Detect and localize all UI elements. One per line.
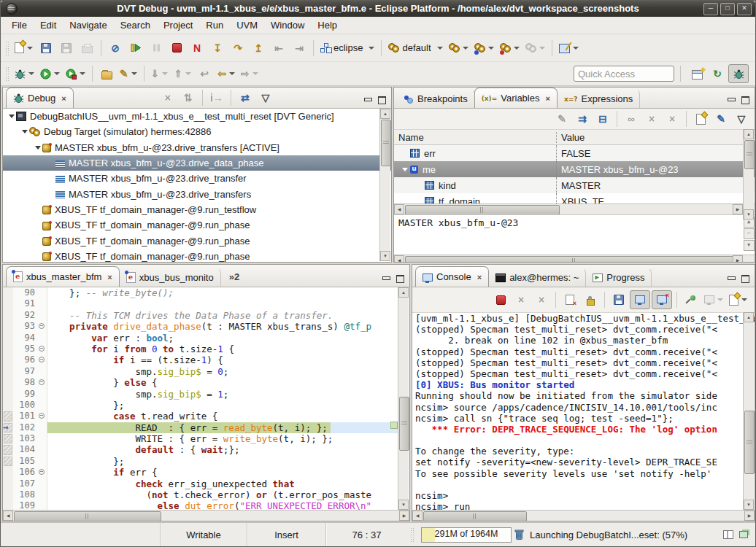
variable-row[interactable]: errFALSE	[394, 145, 755, 161]
print-button[interactable]	[77, 39, 96, 57]
tab-debug[interactable]: Debug ×	[6, 88, 74, 108]
tab-xbus-master-bfm[interactable]: xbus_master_bfm ×	[6, 266, 120, 287]
editor-hscrollbar[interactable]: ◀ ▶	[3, 510, 409, 521]
collapse-icon[interactable]	[39, 469, 45, 475]
debug-tree-item[interactable]: MASTER xbus_bfm_u-@23.drive_transfer	[3, 171, 391, 186]
dvt-perspective-button[interactable]: ↻	[708, 65, 727, 82]
default-launch-combo[interactable]: default	[386, 39, 444, 57]
new-wizard-button[interactable]	[12, 39, 35, 57]
tab-terminal[interactable]: alex@hermes: ~	[488, 268, 586, 287]
show-logical-structure-button[interactable]: ⇉	[573, 110, 592, 128]
tab-xbus-bus-monito[interactable]: xbus_bus_monito	[119, 268, 221, 287]
clear-console-button[interactable]	[560, 291, 579, 309]
scroll-up-button[interactable]: ▲	[744, 129, 754, 139]
status-grip[interactable]	[410, 527, 414, 542]
view-menu-button[interactable]: ▽	[256, 89, 275, 106]
terminate-relaunch-button[interactable]: ⇅	[179, 89, 198, 106]
resume-button[interactable]	[126, 39, 145, 57]
scroll-thumb[interactable]	[14, 511, 161, 521]
last-edit-location-button[interactable]: ↩	[195, 65, 214, 82]
minimize-view-button[interactable]	[382, 275, 390, 282]
run-coverage-button[interactable]	[63, 65, 88, 82]
heap-status[interactable]: 291M of 1964M	[421, 527, 512, 543]
tab-overflow-button[interactable]: »2	[229, 271, 239, 287]
scroll-down-button[interactable]: ▼	[398, 500, 409, 510]
show-type-names-button[interactable]: ✎	[552, 110, 571, 128]
fold-gutter[interactable]	[38, 321, 47, 332]
debug-tree-item[interactable]: MASTER xbus_bfm_u-@23.drive_data_phase	[3, 155, 391, 171]
detail-hscrollbar[interactable]: ◀ ▶	[394, 255, 755, 263]
expander-icon[interactable]	[7, 115, 16, 118]
remove-all-terminated-button[interactable]: ×	[158, 89, 177, 106]
highlight-button[interactable]: ✎	[117, 65, 139, 82]
scroll-thumb[interactable]	[381, 120, 391, 166]
debug-tree-item[interactable]: XBUS_TF tf_domain_manager-@9.run_testflo…	[3, 202, 391, 217]
toolbar-grip[interactable]	[5, 41, 9, 55]
variable-detail-pane[interactable]: MASTER xbus_bfm_u-@23 ▲ ─ ▼	[394, 214, 755, 255]
maximize-button[interactable]: □	[720, 3, 735, 15]
step-over-button[interactable]: ↷	[228, 39, 247, 57]
save-all-button[interactable]	[57, 39, 76, 57]
debug-tree-item[interactable]: DebugBatchIUS__uvm_ml-1.1_xbus_e__test_m…	[3, 109, 391, 124]
menu-file[interactable]: File	[5, 18, 34, 32]
background-jobs-icon[interactable]	[739, 531, 748, 538]
external-tools-button[interactable]	[523, 39, 547, 57]
maximize-view-button[interactable]	[396, 275, 404, 282]
display-console-button[interactable]	[702, 291, 725, 309]
suspend-button[interactable]	[147, 39, 166, 57]
debug-tree-item[interactable]: Debug Target (simulator) hermes:42886	[3, 124, 391, 139]
use-step-filters-button[interactable]: ⇥	[290, 39, 309, 57]
open-console-button[interactable]	[727, 291, 749, 309]
editor-vscrollbar[interactable]: ▲ ▼	[398, 287, 409, 510]
open-element-button[interactable]	[97, 65, 116, 82]
scroll-thumb[interactable]: ─	[744, 228, 755, 239]
scroll-right-button[interactable]: ▶	[399, 511, 409, 521]
console-output[interactable]: [uvm_ml-1.1_xbus_e] [DebugBatchIUS__uvm_…	[412, 313, 755, 511]
run-configs-button[interactable]	[447, 39, 471, 57]
menu-run[interactable]: Run	[199, 18, 230, 32]
terminate-button[interactable]	[167, 39, 186, 57]
tab-breakpoints[interactable]: Breakpoints	[397, 89, 475, 108]
back-button[interactable]: ⇦	[215, 65, 237, 82]
variable-row[interactable]: kindMASTER	[394, 177, 755, 193]
expander-icon[interactable]	[400, 168, 410, 171]
step-return-button[interactable]: ↥	[249, 39, 268, 57]
collapse-icon[interactable]	[39, 357, 45, 362]
scroll-thumb[interactable]	[423, 511, 527, 521]
close-icon[interactable]: ×	[61, 94, 66, 103]
menu-search[interactable]: Search	[114, 18, 157, 32]
scroll-thumb[interactable]	[405, 256, 743, 263]
remove-all-button[interactable]: ×	[663, 110, 682, 128]
scroll-left-button[interactable]: ◀	[394, 204, 404, 214]
debug-button[interactable]	[12, 65, 36, 82]
collapse-icon[interactable]	[39, 323, 45, 329]
collapse-icon[interactable]	[39, 346, 45, 352]
scroll-down-button[interactable]: ▼	[380, 251, 390, 261]
maximize-view-button[interactable]	[741, 96, 749, 104]
terminate-console-button[interactable]	[491, 291, 510, 309]
close-icon[interactable]: ×	[107, 273, 112, 282]
run-garbage-collector-icon[interactable]	[514, 529, 524, 540]
menu-window[interactable]: Window	[264, 18, 311, 32]
open-perspective-button[interactable]	[687, 65, 706, 82]
scroll-thumb[interactable]	[744, 411, 755, 474]
debug-tree-item[interactable]: XBUS_TF tf_domain_manager-@9.run_phase	[3, 233, 391, 248]
previous-annotation-button[interactable]: ⇓	[149, 65, 171, 82]
view-management-button[interactable]: ⇄	[236, 89, 255, 106]
expander-icon[interactable]	[20, 130, 29, 133]
forward-button[interactable]: ⇨	[239, 65, 261, 82]
save-output-button[interactable]	[609, 291, 628, 309]
close-icon[interactable]: ×	[477, 273, 482, 282]
scroll-up-button[interactable]: ▲	[744, 312, 754, 322]
code-area[interactable]: 90 }; -- write_byte();9192 -- This TCM d…	[3, 287, 409, 511]
expander-icon[interactable]	[34, 146, 42, 150]
remove-all-launches-button[interactable]: ×	[532, 291, 551, 309]
menu-navigate[interactable]: Navigate	[63, 18, 113, 32]
collapse-icon[interactable]	[39, 379, 45, 385]
fold-gutter[interactable]	[38, 354, 47, 365]
scroll-thumb[interactable]	[399, 397, 409, 451]
menu-project[interactable]: Project	[157, 18, 199, 32]
menu-help[interactable]: Help	[311, 18, 344, 32]
debug-tree-item[interactable]: MASTER xbus_bfm_u-@23.drive_transfers [A…	[3, 140, 391, 155]
menu-uvm[interactable]: UVM	[230, 18, 264, 32]
